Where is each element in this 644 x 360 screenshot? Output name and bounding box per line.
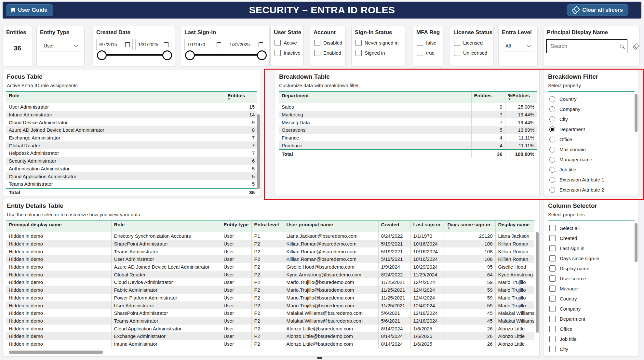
column-header-last-sign-in[interactable]: Last sign in (410, 221, 445, 232)
entra-level-dropdown[interactable]: All (502, 40, 534, 51)
table-row[interactable]: Hidden in demo User Administrator User P… (6, 255, 534, 263)
table-row[interactable]: Sales 9 25.00% (279, 103, 537, 111)
checkbox[interactable] (549, 265, 556, 272)
checkbox-option[interactable]: Inactive (275, 50, 303, 56)
checkbox-option[interactable]: Office (544, 324, 638, 334)
table-row[interactable]: Hidden in demo Fabric Administrator User… (6, 286, 534, 294)
radio-option[interactable]: Department (544, 124, 638, 134)
checkbox[interactable] (549, 316, 556, 322)
created-date-end-input[interactable]: 1/31/2025 (135, 39, 172, 50)
radio-option[interactable]: Job title (544, 165, 638, 175)
column-header-user-principal-name[interactable]: User principal name (284, 221, 378, 232)
column-header-display-name[interactable]: Display name (495, 221, 534, 232)
checkbox[interactable] (454, 50, 460, 56)
checkbox[interactable] (549, 225, 556, 231)
column-header-days-since-sign-in[interactable]: Days since sign-in▼ (445, 221, 495, 232)
table-row[interactable]: Purchace 4 11.11% (279, 141, 537, 150)
column-header-entity-type[interactable]: Entity type (221, 221, 251, 232)
radio-option[interactable]: City (544, 114, 638, 124)
checkbox[interactable] (549, 306, 556, 312)
slider-handle-start[interactable] (185, 50, 195, 60)
checkbox[interactable] (549, 275, 556, 282)
column-header-entities[interactable]: Entities▼ (225, 92, 257, 103)
slider-track[interactable] (101, 54, 167, 56)
column-header-created[interactable]: Created (378, 221, 410, 232)
table-row[interactable]: Hidden in demo Teams Administrator User … (6, 317, 534, 325)
principal-search-box[interactable] (546, 39, 627, 53)
checkbox-option[interactable]: Never signed in (356, 40, 405, 46)
radio-button[interactable] (549, 106, 555, 112)
table-row[interactable]: Hidden in demo Exchange Administrator Us… (6, 332, 534, 340)
radio-button[interactable] (549, 187, 555, 193)
radio-option[interactable]: Company (544, 104, 638, 114)
checkbox[interactable] (314, 50, 320, 56)
table-row[interactable]: Hidden in demo Cloud Application Adminis… (6, 325, 534, 332)
table-row[interactable]: Security Administrator 6 (6, 157, 257, 165)
checkbox-option[interactable]: Created (544, 233, 638, 243)
radio-option[interactable]: Office (544, 134, 638, 144)
checkbox-option[interactable]: Country (544, 294, 638, 304)
table-row[interactable]: Hidden in demo Teams Administrator User … (6, 247, 534, 255)
checkbox-option[interactable]: City (544, 344, 638, 354)
checkbox-option[interactable]: Job title (544, 334, 638, 344)
table-row[interactable]: Global Reader 7 (6, 141, 257, 149)
column-header-role[interactable]: Role (6, 92, 225, 103)
table-row[interactable]: Missing Data 7 19.44% (279, 118, 537, 126)
radio-option[interactable]: Extension Attribute 2 (544, 185, 638, 195)
checkbox-option[interactable]: Department (544, 314, 638, 324)
checkbox-option[interactable]: User source (544, 273, 638, 284)
checkbox[interactable] (549, 235, 556, 241)
checkbox-option[interactable]: true (417, 50, 443, 56)
checkbox-option[interactable]: Unlicensed (454, 50, 493, 56)
radio-option[interactable]: Extension Attribute 1 (544, 175, 638, 185)
checkbox[interactable] (549, 255, 556, 261)
checkbox[interactable] (314, 40, 320, 46)
last-sign-in-end-input[interactable]: 1/31/2025 (227, 39, 266, 50)
last-sign-in-start-input[interactable]: 1/1/1970 (184, 39, 224, 50)
column-header-role[interactable]: Role (111, 221, 221, 232)
checkbox-option[interactable]: Licensed (454, 40, 493, 46)
table-row[interactable]: User Administrator 15 (6, 103, 257, 111)
entity-type-dropdown[interactable]: User (40, 40, 81, 51)
table-row[interactable]: Authentication Administrator 5 (6, 165, 257, 173)
checkbox[interactable] (356, 40, 362, 46)
radio-button[interactable] (549, 127, 555, 132)
table-row[interactable]: Intune Administrator 14 (6, 111, 257, 119)
checkbox[interactable] (549, 326, 556, 332)
column-header-entra-level[interactable]: Entra level (251, 221, 284, 232)
radio-button[interactable] (549, 147, 555, 153)
checkbox[interactable] (356, 50, 362, 56)
radio-option[interactable]: Mail domain (544, 144, 638, 154)
checkbox-option[interactable]: Enabled (314, 50, 345, 56)
page-resize-handle[interactable] (317, 357, 322, 359)
checkbox-option[interactable]: Last sign in (544, 243, 638, 253)
checkbox[interactable] (417, 50, 423, 56)
table-row[interactable]: Hidden in demo Security Administrator Us… (6, 348, 534, 348)
table-row[interactable]: Exchange Administrator 7 (6, 134, 257, 142)
table-row[interactable]: Hidden in demo Azure AD Joined Device Lo… (6, 263, 534, 271)
slider-track[interactable] (190, 54, 261, 56)
table-row[interactable]: Cloud Device Administrator 9 (6, 118, 257, 126)
checkbox-option[interactable]: Disabled (314, 40, 345, 46)
table-row[interactable]: Hidden in demo Intune Administrator User… (6, 340, 534, 348)
entity-table-vertical-scrollbar[interactable] (536, 232, 539, 333)
table-row[interactable]: Finance 4 11.11% (279, 134, 537, 142)
radio-button[interactable] (549, 137, 555, 142)
checkbox-option[interactable]: Signed in (356, 50, 405, 56)
radio-button[interactable] (549, 177, 555, 183)
table-row[interactable]: Operations 5 13.89% (279, 126, 537, 134)
column-header-principal-display-name[interactable]: Principal display name (6, 221, 111, 232)
checkbox[interactable] (549, 346, 556, 352)
radio-button[interactable] (549, 96, 555, 102)
checkbox[interactable] (275, 40, 281, 46)
slider-handle-end[interactable] (257, 50, 267, 60)
slider-handle-start[interactable] (97, 50, 107, 60)
radio-option[interactable]: Country (544, 94, 638, 104)
focus-table-scrollbar[interactable] (257, 114, 260, 189)
checkbox-option[interactable]: Select all (544, 223, 638, 233)
column-header-entities[interactable]: Entities (471, 92, 505, 103)
column-header-department[interactable]: Department (279, 92, 471, 103)
search-input[interactable] (550, 43, 607, 49)
column-header-pct-entities[interactable]: %Entities▼ (505, 92, 537, 103)
radio-option[interactable]: Manager name (544, 154, 638, 165)
